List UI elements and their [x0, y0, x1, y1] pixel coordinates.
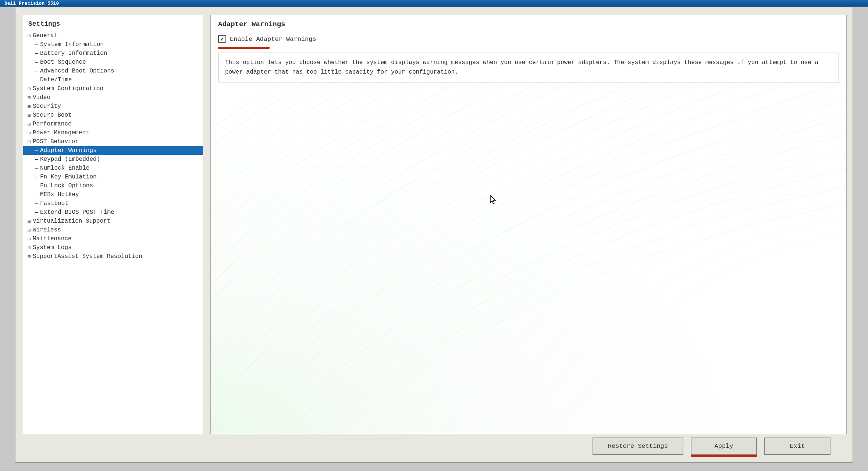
expand-icon: ⊞ — [26, 227, 32, 233]
expand-icon: ⊞ — [26, 103, 32, 110]
sidebar-item-fn-lock-options[interactable]: — Fn Lock Options — [23, 181, 203, 190]
sidebar-item-mebx-hotkey[interactable]: — MEBx Hotkey — [23, 190, 203, 199]
sidebar-item-advanced-boot-options[interactable]: — Advanced Boot Options — [23, 67, 203, 75]
dash-icon: — — [33, 165, 39, 171]
dash-icon: — — [33, 183, 39, 189]
dash-icon: — — [33, 174, 39, 180]
sidebar-item-date-time[interactable]: — Date/Time — [23, 75, 203, 84]
checkmark-icon: ✔ — [220, 35, 224, 43]
expand-icon: ⊞ — [26, 236, 32, 242]
expand-icon: ⊞ — [26, 86, 32, 92]
apply-button[interactable]: Apply — [691, 438, 757, 455]
bottom-button-bar: Restore Settings Apply Exit — [15, 438, 853, 455]
expand-icon: ⊞ — [26, 218, 32, 224]
sidebar-item-boot-sequence[interactable]: — Boot Sequence — [23, 58, 203, 67]
sidebar-item-maintenance[interactable]: ⊞ Maintenance — [23, 234, 203, 243]
sidebar-item-fastboot[interactable]: — Fastboot — [23, 199, 203, 208]
apply-red-underline — [691, 455, 757, 457]
mouse-cursor — [490, 195, 495, 203]
settings-tree: Settings ⊞ General — System Information … — [23, 15, 203, 434]
dash-icon: — — [33, 68, 39, 74]
sidebar-item-security[interactable]: ⊞ Security — [23, 102, 203, 111]
wavy-background — [211, 74, 846, 434]
dash-icon: — — [33, 209, 39, 215]
expand-icon: ⊞ — [26, 245, 32, 251]
expand-icon: ⊞ — [26, 112, 32, 118]
window-title: Dell Precision 5510 — [4, 1, 59, 6]
sidebar-item-secure-boot[interactable]: ⊞ Secure Boot — [23, 111, 203, 120]
collapse-icon: ⊟ — [26, 139, 32, 145]
dash-icon: — — [33, 156, 39, 162]
sidebar-item-virtualization[interactable]: ⊞ Virtualization Support — [23, 217, 203, 226]
sidebar-item-wireless[interactable]: ⊞ Wireless — [23, 226, 203, 234]
sidebar-item-post-behavior[interactable]: ⊟ POST Behavior — [23, 137, 203, 146]
sidebar-item-system-logs[interactable]: ⊞ System Logs — [23, 243, 203, 252]
expand-icon: ⊞ — [26, 130, 32, 136]
dash-icon: — — [33, 59, 39, 65]
sidebar-item-numlock-enable[interactable]: — Numlock Enable — [23, 164, 203, 173]
sidebar-item-fn-key-emulation[interactable]: — Fn Key Emulation — [23, 173, 203, 181]
dash-icon: — — [33, 77, 39, 83]
dash-icon: — — [33, 42, 39, 47]
dash-icon: — — [33, 192, 39, 198]
checkbox-row[interactable]: ✔ Enable Adapter Warnings — [211, 31, 846, 47]
sidebar-item-performance[interactable]: ⊞ Performance — [23, 120, 203, 128]
description-text: This option lets you choose whether the … — [218, 53, 839, 82]
settings-header: Settings — [23, 18, 203, 31]
expand-icon: ⊞ — [26, 33, 32, 39]
sidebar-item-adapter-warnings[interactable]: — Adapter Warnings — [23, 146, 203, 155]
bios-window: Settings ⊞ General — System Information … — [15, 7, 853, 463]
sidebar-item-system-configuration[interactable]: ⊞ System Configuration — [23, 84, 203, 93]
red-underline-decoration — [218, 47, 270, 49]
expand-icon: ⊞ — [26, 254, 32, 260]
svg-rect-0 — [211, 74, 846, 434]
sidebar-item-power-management[interactable]: ⊞ Power Management — [23, 128, 203, 137]
sidebar-item-extend-bios-post-time[interactable]: — Extend BIOS POST Time — [23, 208, 203, 217]
content-title: Adapter Warnings — [211, 15, 846, 31]
dash-icon: — — [33, 148, 39, 153]
expand-icon: ⊞ — [26, 95, 32, 101]
sidebar-item-video[interactable]: ⊞ Video — [23, 93, 203, 102]
sidebar-item-general[interactable]: ⊞ General — [23, 31, 203, 40]
sidebar-item-system-information[interactable]: — System Information — [23, 40, 203, 49]
expand-icon: ⊞ — [26, 121, 32, 127]
dash-icon: — — [33, 50, 39, 56]
sidebar-item-battery-information[interactable]: — Battery Information — [23, 49, 203, 58]
checkbox-label: Enable Adapter Warnings — [230, 36, 316, 43]
dash-icon: — — [33, 201, 39, 206]
sidebar-item-keypad-embedded[interactable]: — Keypad (Embedded) — [23, 155, 203, 164]
exit-button[interactable]: Exit — [764, 438, 830, 455]
restore-settings-button[interactable]: Restore Settings — [593, 438, 683, 455]
sidebar-item-supportassist[interactable]: ⊞ SupportAssist System Resolution — [23, 252, 203, 261]
enable-adapter-warnings-checkbox[interactable]: ✔ — [218, 35, 226, 43]
content-panel: Adapter Warnings ✔ Enable Adapter Warnin… — [210, 15, 847, 434]
svg-marker-1 — [490, 195, 495, 203]
